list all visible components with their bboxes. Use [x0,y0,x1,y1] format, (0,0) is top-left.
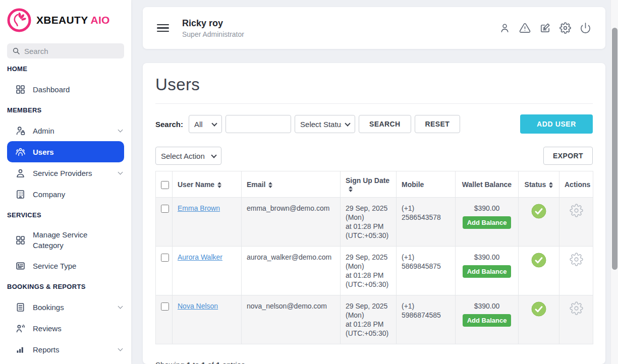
bookings-icon [15,302,26,313]
user-email: emma_brown@demo.com [242,198,341,247]
wallet-balance: $390.00 [461,204,513,213]
column-user-name[interactable]: User Name [173,171,242,198]
add-balance-button[interactable]: Add Balance [463,265,512,278]
chevron-down-icon [118,346,123,351]
export-button[interactable]: EXPORT [543,147,593,165]
sidebar-item-reviews[interactable]: Reviews [0,318,131,339]
sidebar-item-manage-service-category[interactable]: Manage Service Category [0,225,131,255]
column-signup-date[interactable]: Sign Up Date [341,171,397,198]
status-active-icon[interactable] [531,253,546,268]
status-select[interactable]: Select Status [295,115,356,133]
select-all-checkbox[interactable] [161,181,169,189]
user-mobile: (+1) 5869845875 [397,247,456,295]
user-name-link[interactable]: Nova Nelson [178,302,218,310]
action-toolbar: Select Action EXPORT [155,147,593,165]
users-icon [15,147,26,157]
sidebar-search[interactable] [7,43,124,58]
user-email: nova_nelson@demo.com [242,295,341,344]
reports-icon [15,344,26,355]
column-mobile: Mobile [397,171,456,198]
action-select[interactable]: Select Action [156,147,221,164]
service-type-icon [15,261,26,271]
search-icon [12,47,20,55]
power-icon[interactable] [580,22,591,34]
signup-date: 29 Sep, 2025 (Mon) at 01:28 PM (UTC:+05:… [341,198,397,247]
sidebar-item-users[interactable]: Users [7,141,124,162]
column-wallet-balance: Wallet Balance [456,171,519,198]
sidebar-item-company[interactable]: Company [0,184,131,205]
row-settings-icon[interactable] [570,253,583,266]
page-scrollbar[interactable] [610,0,618,364]
users-page-card: Users Search: All Select Status SEARCH R… [143,63,605,364]
signup-date: 29 Sep, 2025 (Mon) at 01:28 PM (UTC:+05:… [341,295,397,344]
column-actions: Actions [559,171,593,198]
action-select-wrap: Select Action [155,147,221,165]
sidebar-item-service-providers[interactable]: Service Providers [0,162,131,184]
column-email[interactable]: Email [242,171,341,198]
category-grid-icon [15,235,26,246]
user-role: Super Administrator [182,30,244,38]
user-name-link[interactable]: Emma Brown [178,204,220,212]
row-settings-icon[interactable] [570,204,583,217]
user-mobile: (+1) 5986874585 [397,295,456,344]
notes-edit-icon[interactable] [539,22,551,34]
chevron-down-icon [118,169,123,174]
sort-icon [349,186,353,192]
add-user-button[interactable]: ADD USER [520,114,593,134]
sidebar: XBEAUTY AIO HOME Dashboard MEMBERS Admin… [0,0,131,364]
sidebar-item-reports[interactable]: Reports [0,339,131,360]
page-title: Users [155,75,593,94]
table-row: Aurora Walker aurora_walker@demo.com 29 … [156,247,593,295]
search-text-input[interactable] [226,115,291,133]
row-settings-icon[interactable] [570,301,583,315]
status-active-icon[interactable] [531,301,546,317]
chevron-down-icon [118,304,123,309]
add-balance-button[interactable]: Add Balance [463,314,512,327]
brand-logo[interactable]: XBEAUTY AIO [0,0,131,32]
scrollbar-thumb[interactable] [612,28,617,270]
search-button[interactable]: SEARCH [359,115,411,133]
search-field-select-wrap: All [189,115,222,133]
row-checkbox[interactable] [161,205,169,213]
user-name-link[interactable]: Aurora Walker [178,253,222,261]
sidebar-item-service-type[interactable]: Service Type [0,255,131,276]
user-name: Ricky roy [182,18,244,29]
user-mobile: (+1) 2586543578 [397,198,456,247]
column-status[interactable]: Status [519,171,559,198]
reset-button[interactable]: RESET [415,115,461,133]
dashboard-icon [15,84,26,95]
menu-toggle-button[interactable] [157,24,169,32]
signup-date: 29 Sep, 2025 (Mon) at 01:28 PM (UTC:+05:… [341,247,397,295]
sidebar-search-input[interactable] [24,47,119,55]
table-row: Emma Brown emma_brown@demo.com 29 Sep, 2… [156,198,593,247]
sort-icon [217,182,221,188]
users-table: User Name Email Sign Up Date Mobile Wall… [155,171,593,344]
settings-icon[interactable] [559,22,571,34]
chevron-down-icon [118,127,123,132]
sort-icon [549,182,553,188]
profile-icon[interactable] [499,22,511,34]
sidebar-item-dashboard[interactable]: Dashboard [0,79,131,100]
alert-icon[interactable] [519,22,531,34]
sort-icon [268,182,272,188]
entries-summary: Showing 1 to 1 of 1 entries [155,360,593,364]
row-checkbox[interactable] [161,254,169,262]
sidebar-item-admin[interactable]: Admin [0,120,131,141]
section-label-members: MEMBERS [7,106,124,114]
brand-logo-icon [7,8,31,32]
status-active-icon[interactable] [531,204,546,219]
reviews-icon [15,323,26,334]
section-label-services: SERVICES [7,211,124,219]
current-user: Ricky roy Super Administrator [182,18,244,38]
title-divider [155,103,593,104]
row-checkbox[interactable] [161,302,169,311]
user-email: aurora_walker@demo.com [242,247,341,295]
sidebar-item-bookings[interactable]: Bookings [0,296,131,318]
search-field-select[interactable]: All [189,115,221,133]
top-bar: Ricky roy Super Administrator [143,7,605,49]
admin-icon [15,126,26,136]
section-label-home: HOME [7,65,124,73]
search-label: Search: [155,120,183,129]
add-balance-button[interactable]: Add Balance [463,216,512,229]
table-row: Nova Nelson nova_nelson@demo.com 29 Sep,… [156,295,593,344]
